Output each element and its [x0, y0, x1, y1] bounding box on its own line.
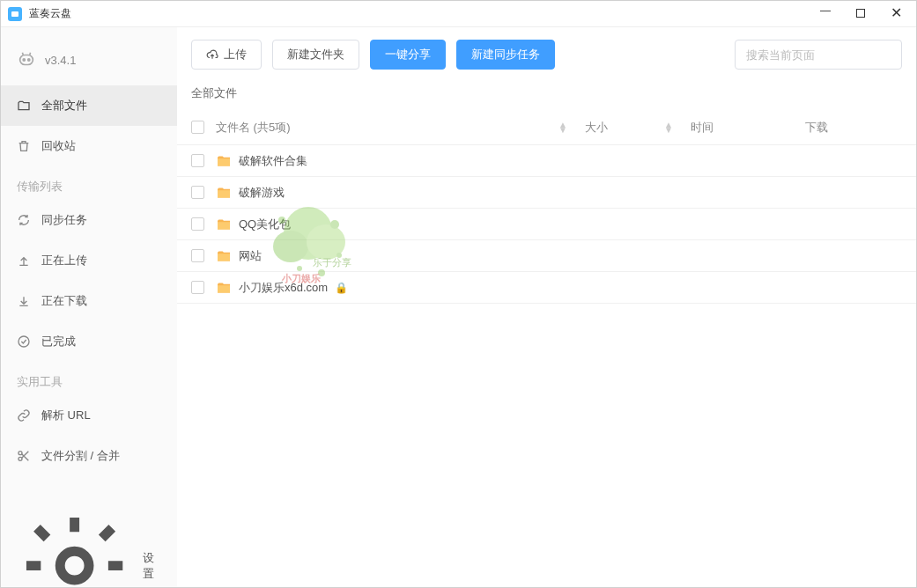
gear-icon [17, 508, 132, 588]
folder-icon [17, 99, 31, 113]
section-tools: 实用工具 [1, 362, 177, 395]
titlebar: 蓝奏云盘 — ✕ [1, 1, 916, 27]
sidebar-item-label: 正在上传 [41, 253, 87, 268]
file-name: 破解游戏 [239, 185, 285, 201]
settings-label: 设置 [143, 550, 161, 582]
minimize-button[interactable]: — [817, 4, 833, 18]
row-checkbox[interactable] [191, 249, 204, 262]
svg-point-1 [23, 59, 25, 61]
sidebar-item-split[interactable]: 文件分割 / 合并 [1, 436, 177, 476]
newsync-button[interactable]: 新建同步任务 [456, 40, 555, 70]
svg-point-3 [18, 336, 29, 347]
row-checkbox[interactable] [191, 154, 204, 167]
breadcrumb[interactable]: 全部文件 [177, 82, 916, 110]
lock-icon: 🔒 [335, 282, 348, 294]
cloud-upload-icon [206, 48, 218, 61]
folder-icon [216, 187, 232, 199]
sidebar-item-label: 回收站 [41, 138, 76, 154]
sidebar-item-sync[interactable]: 同步任务 [1, 200, 177, 240]
table-header: 文件名 (共5项) ▲▼ 大小 ▲▼ 时间 下载 [177, 110, 916, 145]
file-name: 网站 [239, 248, 262, 264]
upload-label: 上传 [224, 47, 247, 62]
sidebar: v3.4.1 全部文件 回收站 传输列表 同步任务 正在上传 正在下载 已完成 … [1, 27, 177, 587]
folder-icon [216, 155, 232, 167]
sidebar-item-label: 已完成 [41, 334, 76, 349]
version-label: v3.4.1 [45, 54, 76, 67]
header-name[interactable]: 文件名 (共5项) ▲▼ [216, 120, 585, 136]
row-checkbox[interactable] [191, 217, 204, 231]
sync-label: 新建同步任务 [471, 47, 540, 62]
main-panel: 上传 新建文件夹 一键分享 新建同步任务 全部文件 文件名 (共5项) ▲▼ [177, 27, 916, 587]
svg-point-2 [28, 59, 30, 61]
sidebar-item-parseurl[interactable]: 解析 URL [1, 395, 177, 436]
newfolder-label: 新建文件夹 [287, 47, 344, 62]
table-row[interactable]: 破解软件合集 [177, 145, 916, 177]
sidebar-item-label: 文件分割 / 合并 [41, 448, 120, 464]
sidebar-item-label: 正在下载 [41, 293, 87, 309]
sidebar-item-allfiles[interactable]: 全部文件 [1, 85, 177, 126]
version-row[interactable]: v3.4.1 [1, 43, 177, 85]
header-size[interactable]: 大小 ▲▼ [585, 120, 691, 136]
table-row[interactable]: 破解游戏 [177, 177, 916, 209]
sidebar-item-label: 解析 URL [41, 408, 91, 423]
select-all-checkbox[interactable] [191, 121, 204, 134]
app-title: 蓝奏云盘 [29, 6, 71, 21]
svg-point-6 [60, 552, 89, 581]
maximize-button[interactable] [853, 7, 869, 20]
app-icon [8, 7, 22, 21]
svg-rect-0 [20, 55, 33, 65]
search-input[interactable] [735, 40, 902, 70]
section-transfer: 传输列表 [1, 166, 177, 200]
sidebar-item-recycle[interactable]: 回收站 [1, 126, 177, 166]
link-icon [17, 408, 31, 423]
folder-icon [216, 218, 232, 231]
check-circle-icon [17, 334, 31, 349]
sync-icon [17, 213, 31, 227]
row-checkbox[interactable] [191, 281, 204, 294]
avatar-icon [17, 50, 36, 70]
trash-icon [17, 139, 31, 153]
sidebar-item-done[interactable]: 已完成 [1, 321, 177, 362]
folder-icon [216, 282, 232, 294]
sidebar-item-settings[interactable]: 设置 [1, 545, 177, 587]
sort-icon: ▲▼ [664, 122, 673, 133]
sidebar-item-uploading[interactable]: 正在上传 [1, 240, 177, 281]
table-row[interactable]: QQ美化包 [177, 209, 916, 240]
close-button[interactable]: ✕ [888, 7, 904, 20]
sidebar-item-label: 同步任务 [41, 212, 87, 228]
file-name: 破解软件合集 [239, 153, 307, 169]
header-time[interactable]: 时间 [691, 120, 805, 136]
newfolder-button[interactable]: 新建文件夹 [272, 40, 359, 70]
toolbar: 上传 新建文件夹 一键分享 新建同步任务 [177, 27, 916, 82]
scissors-icon [17, 449, 31, 463]
file-table: 文件名 (共5项) ▲▼ 大小 ▲▼ 时间 下载 破解软件合集 破解游戏 [177, 110, 916, 587]
upload-button[interactable]: 上传 [191, 40, 262, 70]
share-button[interactable]: 一键分享 [370, 40, 446, 70]
download-icon [17, 294, 31, 308]
table-row[interactable]: 小刀娱乐x6d.com 🔒 [177, 272, 916, 304]
table-row[interactable]: 网站 [177, 240, 916, 272]
upload-icon [17, 254, 31, 268]
header-download[interactable]: 下载 [805, 120, 902, 136]
row-checkbox[interactable] [191, 186, 204, 199]
folder-icon [216, 250, 232, 262]
sort-icon: ▲▼ [558, 122, 567, 133]
sidebar-item-downloading[interactable]: 正在下载 [1, 281, 177, 321]
share-label: 一键分享 [385, 47, 431, 62]
file-name: QQ美化包 [239, 217, 291, 232]
sidebar-item-label: 全部文件 [41, 98, 87, 114]
window-controls: — ✕ [817, 7, 909, 20]
file-name: 小刀娱乐x6d.com [239, 280, 328, 296]
